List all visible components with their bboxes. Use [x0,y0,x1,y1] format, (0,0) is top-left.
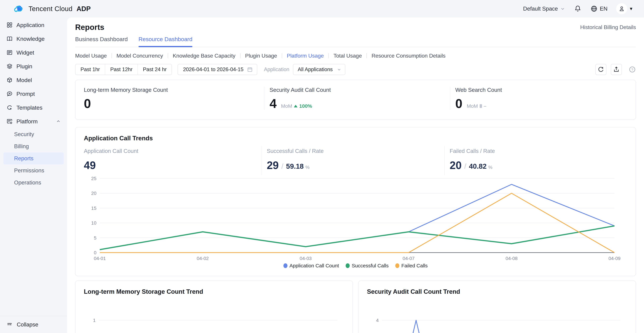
svg-text:04-01: 04-01 [94,256,106,261]
user-menu-caret-icon[interactable]: ▼ [629,6,633,12]
sidebar-item-templates[interactable]: Templates [3,101,64,115]
mom-delta: 100% [299,103,312,109]
quick-range-past-1hr[interactable]: Past 1hr [76,64,105,75]
trend-stat-rate: 59.18 [286,162,304,171]
svg-text:20: 20 [91,191,96,196]
legend-item[interactable]: Failed Calls [395,263,428,268]
refresh-button[interactable] [595,64,606,75]
stat-security-audit-call-count: Security Audit Call Count 4 MoM 100% [264,87,450,110]
mom-label: MoM [467,103,478,109]
main-panel: Reports Historical Billing Details Busin… [67,18,644,333]
application-call-trends-card: Application Call Trends Application Call… [75,127,636,276]
security-audit-call-count-trend-card: Security Audit Call Count Trend 43210 [358,280,636,333]
svg-text:1: 1 [93,318,96,323]
sidebar-subitem-label: Reports [14,155,34,162]
sidebar-item-model[interactable]: Model [3,73,64,87]
sidebar-item-widget[interactable]: Widget [3,46,64,59]
sidebar-item-label: Platform [16,118,52,125]
sidebar-item-reports[interactable]: Reports [3,152,64,164]
subnav-total-usage[interactable]: Total Usage [334,53,362,59]
application-select[interactable]: All Applications [293,64,345,75]
tencent-cloud-logo-icon [14,4,26,14]
subnav-resource-consumption-details[interactable]: Resource Consumption Details [372,53,446,59]
tab-resource-dashboard[interactable]: Resource Dashboard [138,36,192,47]
slash-separator: / [464,162,466,171]
language-switcher[interactable]: EN [590,5,608,13]
trend-flat-icon [480,104,482,108]
mom-indicator: MoM – [467,103,486,110]
sidebar-item-security[interactable]: Security [3,128,64,140]
dashboard-tabs: Business Dashboard Resource Dashboard [75,36,636,47]
legend-item[interactable]: Successful Calls [346,263,388,268]
svg-text:4: 4 [376,318,379,323]
svg-text:0: 0 [94,250,96,255]
sidebar-item-application[interactable]: Application [3,18,64,32]
tab-business-dashboard[interactable]: Business Dashboard [75,36,128,47]
page-title: Reports [75,23,104,32]
sidebar-item-knowledge[interactable]: Knowledge [3,32,64,46]
svg-text:04-07: 04-07 [403,256,415,261]
sidebar-item-prompt[interactable]: Prompt [3,87,64,101]
help-button[interactable]: ? [628,66,636,73]
sidebar-item-platform[interactable]: Platform [3,115,64,128]
card-title: Security Audit Call Count Trend [367,288,627,295]
date-range-picker[interactable]: 2026-04-01 to 2026-04-15 [178,64,257,75]
sidebar: Application Knowledge Widget Plugin [0,18,67,333]
quick-range-past-24hr[interactable]: Past 24 hr [138,64,172,75]
sidebar-collapse-button[interactable]: Collapse [0,316,67,333]
export-button[interactable] [611,64,622,75]
svg-text:04-08: 04-08 [506,256,518,261]
divider [282,53,282,58]
cube-icon [6,77,13,83]
notification-bell-icon[interactable] [574,5,582,13]
svg-text:04-09: 04-09 [608,256,620,261]
divider [112,53,112,58]
trend-up-icon [294,105,298,107]
stat-long-term-memory-storage-count: Long-term Memory Storage Count 0 [76,87,264,110]
sidebar-item-permissions[interactable]: Permissions [3,164,64,177]
subnav-model-usage[interactable]: Model Usage [75,53,107,59]
filter-bar: Past 1hr Past 12hr Past 24 hr 2026-04-01… [75,64,636,75]
sidebar-item-label: Widget [16,49,61,56]
sidebar-item-label: Templates [16,104,61,111]
trend-rate-unit: % [488,165,492,171]
sidebar-item-plugin[interactable]: Plugin [3,59,64,73]
divider [240,53,240,58]
legend-dot-icon [395,263,399,268]
legend-dot-icon [346,263,350,268]
trend-stat-failed-calls: Failed Calls / Rate 20 / 40.82 % [444,146,627,175]
stat-label: Web Search Count [455,87,636,93]
sidebar-item-operations[interactable]: Operations [3,177,64,189]
application-filter-label: Application [264,67,290,73]
application-select-value: All Applications [298,67,333,73]
user-avatar[interactable] [616,3,627,14]
chevron-up-icon [56,119,61,124]
sidebar-subitem-label: Security [14,131,34,137]
subnav-knowledge-base-capacity[interactable]: Knowledge Base Capacity [173,53,236,59]
layers-icon [6,63,13,70]
historical-billing-details-link[interactable]: Historical Billing Details [580,24,636,30]
legend-label: Failed Calls [401,263,428,268]
stat-label: Long-term Memory Storage Count [84,87,264,93]
quick-range-past-12hr[interactable]: Past 12hr [105,64,138,75]
security-audit-call-count-trend-line-chart: 43210 [367,305,628,333]
subnav-model-concurrency[interactable]: Model Concurrency [116,53,163,59]
space-selector[interactable]: Default Space [523,6,565,12]
brand-name: Tencent Cloud [28,5,72,13]
collapse-icon [6,321,13,328]
sidebar-subitem-label: Permissions [14,167,44,174]
trend-stat-value: 49 [84,160,96,171]
sidebar-item-label: Model [16,77,61,83]
trend-stat-value: 29 [267,160,279,171]
sidebar-item-billing[interactable]: Billing [3,140,64,152]
svg-text:04-03: 04-03 [300,256,312,261]
subnav-platform-usage[interactable]: Platform Usage [287,53,324,59]
subnav-plugin-usage[interactable]: Plugin Usage [245,53,277,59]
long-term-memory-storage-trend-line-chart: 10.80.60.40.20 [84,305,345,333]
svg-text:25: 25 [91,176,96,181]
trend-stat-label: Successful Calls / Rate [267,148,444,154]
chevron-down-icon [337,67,341,72]
help-icon: ? [628,66,636,73]
legend-item[interactable]: Application Call Count [284,263,339,268]
stat-web-search-count: Web Search Count 0 MoM – [450,87,636,110]
